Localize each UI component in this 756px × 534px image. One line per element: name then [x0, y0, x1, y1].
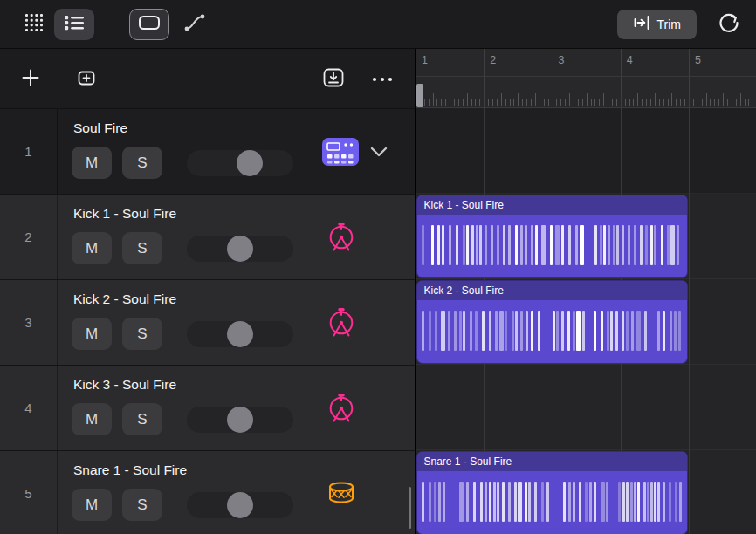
note-bar	[675, 482, 677, 522]
ruler-tick	[706, 93, 707, 106]
note-bar	[463, 311, 465, 351]
solo-button[interactable]: S	[122, 489, 162, 521]
mute-button[interactable]: M	[72, 147, 112, 179]
note-bar	[459, 482, 464, 522]
more-button[interactable]	[371, 72, 394, 86]
note-bar	[561, 311, 564, 351]
grid-view-button[interactable]	[14, 9, 54, 40]
volume-slider[interactable]	[187, 407, 293, 433]
note-bar	[463, 225, 465, 265]
ruler-tick	[714, 99, 715, 106]
note-bar	[535, 225, 538, 265]
volume-slider[interactable]	[187, 150, 293, 176]
ruler-tick	[479, 99, 480, 106]
volume-knob[interactable]	[227, 236, 253, 262]
new-track-button[interactable]	[73, 67, 98, 91]
midi-region[interactable]: Kick 1 - Soul Fire	[416, 195, 688, 278]
solo-button[interactable]: S	[122, 318, 162, 350]
note-bar	[555, 225, 560, 265]
note-bar	[601, 311, 603, 351]
trim-button[interactable]: Trim	[617, 10, 697, 39]
note-bar	[435, 311, 437, 351]
track-list-view-button[interactable]	[54, 9, 94, 40]
note-bar	[422, 311, 424, 351]
note-bar	[499, 311, 504, 351]
cycle-button[interactable]	[709, 9, 749, 40]
track-lane[interactable]	[416, 365, 756, 450]
note-bar	[531, 225, 533, 265]
track-lanes[interactable]: Kick 1 - Soul FireKick 2 - Soul FireSnar…	[416, 108, 756, 534]
track-row[interactable]: 5 Snare 1 - Soul Fire M S	[0, 451, 415, 534]
note-bar	[600, 225, 602, 265]
ruler-tick	[540, 99, 540, 106]
volume-knob[interactable]	[227, 407, 253, 433]
track-name: Kick 1 - Soul Fire	[73, 206, 415, 222]
note-bar	[636, 311, 641, 351]
note-bar	[576, 311, 581, 351]
playhead-handle[interactable]	[416, 84, 423, 107]
track-lane[interactable]	[416, 108, 756, 194]
note-bar	[470, 311, 472, 351]
note-bar	[669, 482, 671, 522]
track-row[interactable]: 1 Soul Fire M S	[0, 109, 415, 195]
note-bar	[441, 311, 445, 351]
mute-button[interactable]: M	[72, 489, 112, 521]
ruler-tick	[745, 99, 746, 106]
volume-slider[interactable]	[187, 321, 293, 347]
ruler-tick	[668, 99, 669, 106]
volume-knob[interactable]	[227, 492, 253, 518]
note-bar	[622, 482, 625, 522]
automation-tool-button[interactable]	[175, 9, 215, 40]
note-bar	[594, 482, 596, 522]
ruler-tick	[680, 99, 681, 106]
mute-button[interactable]: M	[72, 232, 112, 264]
track-row[interactable]: 4 Kick 3 - Soul Fire M S	[0, 366, 415, 451]
timeline-ruler[interactable]: 12345	[416, 49, 756, 108]
track-name: Kick 2 - Soul Fire	[73, 291, 415, 307]
note-bar	[654, 225, 656, 265]
note-bar	[568, 482, 571, 522]
note-bar	[531, 311, 533, 351]
region-header: Snare 1 - Soul Fire	[417, 452, 687, 471]
volume-knob[interactable]	[227, 321, 253, 347]
scrollbar[interactable]	[409, 487, 411, 529]
ruler-tick	[569, 93, 570, 106]
track-row[interactable]: 2 Kick 1 - Soul Fire M S	[0, 195, 415, 280]
track-header: Kick 2 - Soul Fire M S	[58, 280, 415, 365]
chevron-down-icon[interactable]	[367, 143, 391, 161]
mute-button[interactable]: M	[72, 318, 112, 350]
note-bar	[582, 311, 585, 351]
solo-button[interactable]: S	[122, 147, 162, 179]
plus-icon	[21, 68, 40, 90]
track-number: 2	[0, 195, 58, 279]
note-bar	[556, 311, 559, 351]
ruler-tick	[650, 99, 651, 106]
select-tool-button[interactable]	[129, 9, 169, 40]
note-bar	[518, 482, 522, 522]
note-bar	[514, 482, 517, 522]
ruler-tick	[727, 99, 728, 106]
note-bar	[471, 225, 474, 265]
midi-region[interactable]: Snare 1 - Soul Fire	[416, 451, 688, 534]
ruler-tick	[608, 99, 608, 106]
track-row[interactable]: 3 Kick 2 - Soul Fire M S	[0, 280, 415, 366]
volume-slider[interactable]	[187, 492, 293, 518]
solo-button[interactable]: S	[122, 232, 162, 264]
volume-slider[interactable]	[187, 236, 293, 262]
import-button[interactable]	[322, 67, 345, 91]
solo-button[interactable]: S	[122, 403, 162, 435]
note-bar	[622, 311, 624, 351]
midi-region[interactable]: Kick 2 - Soul Fire	[416, 280, 688, 364]
track-header: Kick 3 - Soul Fire M S	[58, 366, 415, 450]
note-bar	[526, 311, 528, 351]
mute-button[interactable]: M	[72, 403, 112, 435]
ruler-tick	[535, 93, 536, 106]
ruler-tick	[505, 99, 506, 106]
volume-knob[interactable]	[237, 150, 263, 176]
ruler-tick	[429, 99, 430, 106]
ruler-tick	[663, 99, 664, 106]
ruler-tick	[718, 99, 719, 106]
add-track-button[interactable]	[21, 68, 40, 90]
kick-drum-icon	[325, 306, 358, 339]
note-bar	[615, 311, 618, 351]
